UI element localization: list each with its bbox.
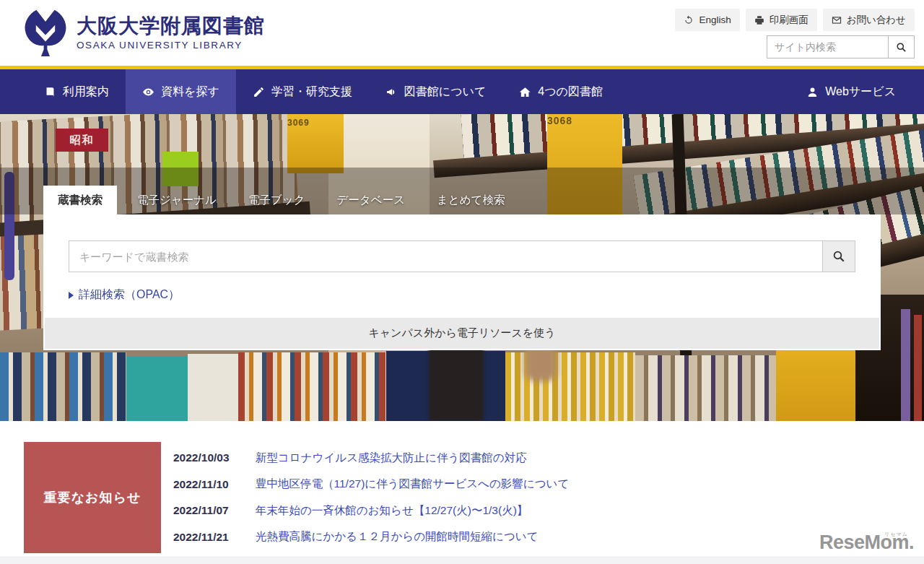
- shelf-number-right: 3068: [547, 114, 572, 126]
- book-icon: [44, 86, 56, 98]
- utility-links: English 印刷画面 お問い合わせ: [675, 9, 915, 31]
- nav-item-web-service[interactable]: Webサービス: [790, 69, 912, 114]
- offcampus-resources-button[interactable]: キャンパス外から電子リソースを使う: [45, 318, 879, 349]
- nav-label: 利用案内: [63, 84, 109, 100]
- news-date: 2022/10/03: [173, 451, 245, 464]
- decor-neutral-spines: [635, 355, 776, 421]
- library-logo[interactable]: 大阪大学附属図書館 OSAKA UNIVERSITY LIBRARY: [24, 5, 265, 60]
- news-heading: 重要なお知らせ: [24, 442, 161, 553]
- hero-banner: 昭和 3069 3068: [0, 114, 924, 421]
- english-button[interactable]: English: [675, 9, 739, 31]
- site-search-input[interactable]: [767, 35, 888, 58]
- print-label: 印刷画面: [770, 14, 808, 27]
- catalog-search-bar: [43, 214, 881, 272]
- pencil-icon: [253, 86, 265, 98]
- nav-label: Webサービス: [825, 84, 896, 100]
- eye-icon: [142, 86, 154, 98]
- nav-item-guide[interactable]: 利用案内: [27, 69, 126, 114]
- nav-label: 学習・研究支援: [271, 84, 352, 100]
- mail-icon: [832, 15, 842, 25]
- triangle-icon: [69, 292, 74, 299]
- logo-text: 大阪大学附属図書館 OSAKA UNIVERSITY LIBRARY: [77, 14, 265, 50]
- news-list: 2022/10/03 新型コロナウイルス感染拡大防止に伴う図書館の対応 2022…: [173, 442, 881, 553]
- page: 大阪大学附属図書館 OSAKA UNIVERSITY LIBRARY Engli…: [0, 0, 924, 564]
- news-date: 2022/11/10: [173, 478, 245, 491]
- nav-item-learning-support[interactable]: 学習・研究支援: [236, 69, 369, 114]
- home-icon: [519, 86, 531, 98]
- megaphone-icon: [385, 86, 398, 98]
- tab-e-journal[interactable]: 電子ジャーナル: [126, 186, 228, 214]
- decor-books-bottom-left: [0, 352, 126, 421]
- advanced-search-link[interactable]: 詳細検索（OPAC）: [69, 287, 180, 303]
- news-date: 2022/11/07: [173, 504, 245, 517]
- decor-purple-spine: [901, 309, 910, 421]
- advanced-search-label: 詳細検索（OPAC）: [79, 287, 180, 303]
- site-subtitle: OSAKA UNIVERSITY LIBRARY: [77, 40, 265, 51]
- news-row: 2022/11/10 豊中地区停電（11/27)に伴う図書館サービスへの影響につ…: [173, 477, 881, 492]
- english-label: English: [699, 14, 731, 25]
- catalog-search-button[interactable]: [822, 240, 855, 272]
- header: 大阪大学附属図書館 OSAKA UNIVERSITY LIBRARY Engli…: [0, 0, 924, 66]
- contact-button[interactable]: お問い合わせ: [823, 9, 915, 31]
- site-search-button[interactable]: [888, 35, 915, 58]
- nav-item-find-materials[interactable]: 資料を探す: [126, 69, 236, 114]
- search-panel: 詳細検索（OPAC） キャンパス外から電子リソースを使う: [43, 214, 881, 350]
- news-link[interactable]: 年末年始の一斉休館のお知らせ【12/27(火)〜1/3(火)】: [256, 503, 528, 519]
- sync-icon: [684, 15, 694, 25]
- decor-cream-books: [188, 354, 238, 421]
- search-icon: [832, 250, 845, 263]
- shelf-number-left: 3069: [287, 114, 310, 128]
- news-link[interactable]: 豊中地区停電（11/27)に伴う図書館サービスへの影響について: [256, 477, 569, 492]
- tab-e-book[interactable]: 電子ブック: [237, 186, 317, 214]
- main-nav: 利用案内 資料を探す 学習・研究支援 図書館について 4つの図書館 Webサービ…: [0, 69, 924, 114]
- decor-red-spine: 昭和: [56, 129, 108, 152]
- decor-teal-books: [126, 356, 188, 421]
- resemom-ruby: リセマム: [884, 531, 908, 538]
- site-title: 大阪大学附属図書館: [77, 14, 265, 38]
- nav-label: 図書館について: [404, 84, 487, 100]
- news-link[interactable]: 新型コロナウイルス感染拡大防止に伴う図書館の対応: [256, 451, 527, 466]
- printer-icon: [754, 15, 764, 25]
- news-date: 2022/11/21: [173, 531, 245, 544]
- tab-catalog-search[interactable]: 蔵書検索: [43, 186, 117, 214]
- nav-item-about[interactable]: 図書館について: [369, 69, 503, 114]
- user-icon: [806, 86, 819, 98]
- decor-red-spine-right: [914, 315, 922, 421]
- catalog-search-widget: 蔵書検索 電子ジャーナル 電子ブック データベース まとめて検索 詳細検索（OP…: [43, 186, 881, 350]
- ginkgo-leaf-logo-icon: [24, 5, 67, 60]
- contact-label: お問い合わせ: [847, 14, 906, 27]
- tab-database[interactable]: データベース: [326, 186, 417, 214]
- tab-unified-search[interactable]: まとめて検索: [425, 186, 516, 214]
- decor-warm-spines: [238, 352, 386, 421]
- print-button[interactable]: 印刷画面: [746, 9, 817, 31]
- news-row: 2022/10/03 新型コロナウイルス感染拡大防止に伴う図書館の対応: [173, 451, 881, 466]
- catalog-search-input[interactable]: [69, 240, 822, 272]
- resemom-watermark: リセマム ReseMom.: [819, 532, 914, 554]
- news-row: 2022/11/21 光熱費高騰にかかる１２月からの開館時間短縮について: [173, 529, 881, 545]
- search-icon: [896, 42, 907, 53]
- decor-shelf-end-left: 3069: [287, 114, 344, 173]
- nav-label: 資料を探す: [161, 84, 219, 100]
- search-tabs: 蔵書検索 電子ジャーナル 電子ブック データベース まとめて検索: [43, 186, 881, 214]
- nav-item-four-libraries[interactable]: 4つの図書館: [502, 69, 619, 114]
- book-spine-label: 昭和: [70, 134, 95, 147]
- site-search: [767, 35, 915, 58]
- footer-strip: [0, 556, 924, 564]
- important-news-section: 重要なお知らせ 2022/10/03 新型コロナウイルス感染拡大防止に伴う図書館…: [24, 442, 881, 553]
- news-row: 2022/11/07 年末年始の一斉休館のお知らせ【12/27(火)〜1/3(火…: [173, 503, 881, 519]
- nav-label: 4つの図書館: [538, 84, 603, 100]
- news-link[interactable]: 光熱費高騰にかかる１２月からの開館時間短縮について: [256, 529, 539, 545]
